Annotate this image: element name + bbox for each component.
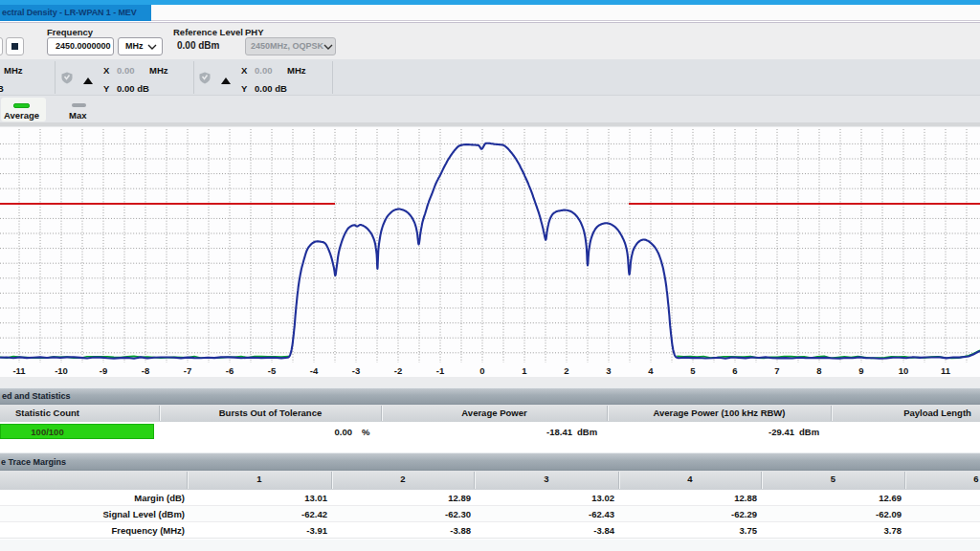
svg-text:-3: -3 xyxy=(352,365,360,376)
svg-text:7: 7 xyxy=(774,365,779,376)
svg-text:3: 3 xyxy=(606,365,611,376)
svg-text:2: 2 xyxy=(564,365,568,376)
svg-text:-1: -1 xyxy=(436,365,445,376)
svg-text:-8: -8 xyxy=(142,365,149,376)
svg-text:8: 8 xyxy=(816,365,821,376)
svg-text:-2: -2 xyxy=(394,365,402,376)
svg-text:4: 4 xyxy=(648,365,654,376)
svg-text:-6: -6 xyxy=(226,365,234,376)
svg-text:1: 1 xyxy=(522,365,527,376)
svg-text:10: 10 xyxy=(899,365,909,376)
svg-text:5: 5 xyxy=(690,365,696,376)
svg-text:11: 11 xyxy=(941,365,951,376)
svg-text:0: 0 xyxy=(479,365,484,376)
svg-text:9: 9 xyxy=(858,365,863,376)
svg-text:-10: -10 xyxy=(55,365,68,376)
svg-text:-4: -4 xyxy=(310,365,319,376)
svg-text:6: 6 xyxy=(732,365,737,376)
svg-text:-5: -5 xyxy=(268,365,277,376)
svg-text:-11: -11 xyxy=(12,365,26,376)
svg-text:-7: -7 xyxy=(184,365,191,376)
svg-text:-9: -9 xyxy=(100,365,107,376)
